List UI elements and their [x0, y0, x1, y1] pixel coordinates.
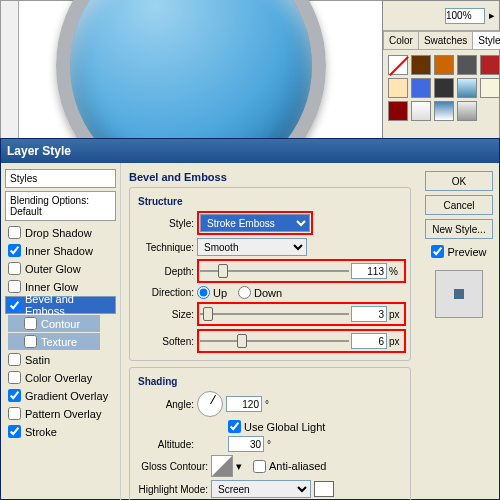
style-swatch[interactable]: [457, 101, 477, 121]
ok-button[interactable]: OK: [425, 171, 493, 191]
style-swatch[interactable]: [434, 78, 454, 98]
style-stroke[interactable]: Stroke: [5, 423, 116, 440]
style-swatch[interactable]: [411, 101, 431, 121]
ruler-vertical: [1, 1, 19, 141]
zoom-input[interactable]: [445, 8, 485, 24]
size-slider[interactable]: [200, 305, 349, 323]
style-swatch[interactable]: [480, 55, 500, 75]
style-swatch[interactable]: [457, 78, 477, 98]
style-swatch[interactable]: [411, 78, 431, 98]
preview-box: [435, 270, 483, 318]
blending-options[interactable]: Blending Options: Default: [5, 191, 116, 221]
altitude-input[interactable]: [228, 436, 264, 452]
size-input[interactable]: [351, 306, 387, 322]
styles-list: Styles Blending Options: Default Drop Sh…: [1, 163, 121, 500]
tab-swatches[interactable]: Swatches: [418, 31, 473, 49]
style-bevel-emboss[interactable]: Bevel and Emboss: [5, 296, 116, 314]
style-drop-shadow[interactable]: Drop Shadow: [5, 224, 116, 241]
preview-check[interactable]: [431, 245, 444, 258]
settings-panel: Bevel and Emboss Structure Style:Stroke …: [121, 163, 419, 500]
depth-slider[interactable]: [200, 262, 349, 280]
chevron-down-icon[interactable]: ▾: [236, 460, 242, 473]
style-swatch[interactable]: [388, 78, 408, 98]
style-swatch[interactable]: [480, 78, 500, 98]
tab-color[interactable]: Color: [383, 31, 419, 49]
style-texture[interactable]: Texture: [8, 333, 100, 350]
highlight-color[interactable]: [314, 481, 334, 497]
style-swatch[interactable]: [457, 55, 477, 75]
style-satin[interactable]: Satin: [5, 351, 116, 368]
tab-styles[interactable]: Styles: [472, 31, 500, 49]
style-swatch[interactable]: [411, 55, 431, 75]
gloss-contour[interactable]: [211, 455, 233, 477]
style-swatch[interactable]: [434, 101, 454, 121]
style-contour[interactable]: Contour: [8, 315, 100, 332]
style-gradient-overlay[interactable]: Gradient Overlay: [5, 387, 116, 404]
dialog-buttons: OK Cancel New Style... Preview: [419, 163, 499, 500]
titlebar[interactable]: Layer Style: [1, 139, 499, 163]
new-style-button[interactable]: New Style...: [425, 219, 493, 239]
dir-up[interactable]: [197, 286, 210, 299]
angle-input[interactable]: [226, 396, 262, 412]
shading-title: Shading: [138, 376, 406, 387]
cancel-button[interactable]: Cancel: [425, 195, 493, 215]
style-swatch[interactable]: [388, 101, 408, 121]
style-pattern-overlay[interactable]: Pattern Overlay: [5, 405, 116, 422]
global-light-check[interactable]: [228, 420, 241, 433]
style-outer-glow[interactable]: Outer Glow: [5, 260, 116, 277]
styles-header[interactable]: Styles: [5, 169, 116, 188]
soften-input[interactable]: [351, 333, 387, 349]
technique-select[interactable]: Smooth: [197, 238, 307, 256]
angle-dial[interactable]: [197, 391, 223, 417]
style-swatches: [383, 50, 499, 126]
soften-slider[interactable]: [200, 332, 349, 350]
structure-title: Structure: [138, 196, 406, 207]
style-inner-shadow[interactable]: Inner Shadow: [5, 242, 116, 259]
style-select[interactable]: Stroke Emboss: [200, 214, 310, 232]
dropdown-icon[interactable]: ▸: [489, 9, 495, 22]
dir-down[interactable]: [238, 286, 251, 299]
section-title: Bevel and Emboss: [129, 171, 411, 183]
antialiased-check[interactable]: [253, 460, 266, 473]
layer-style-dialog: Layer Style Styles Blending Options: Def…: [0, 138, 500, 500]
panels-right: ▸ Color Swatches Styles: [382, 0, 500, 140]
depth-input[interactable]: [351, 263, 387, 279]
style-none-icon[interactable]: [388, 55, 408, 75]
canvas[interactable]: [0, 0, 390, 140]
style-color-overlay[interactable]: Color Overlay: [5, 369, 116, 386]
style-swatch[interactable]: [434, 55, 454, 75]
highlight-mode-select[interactable]: Screen: [211, 480, 311, 498]
